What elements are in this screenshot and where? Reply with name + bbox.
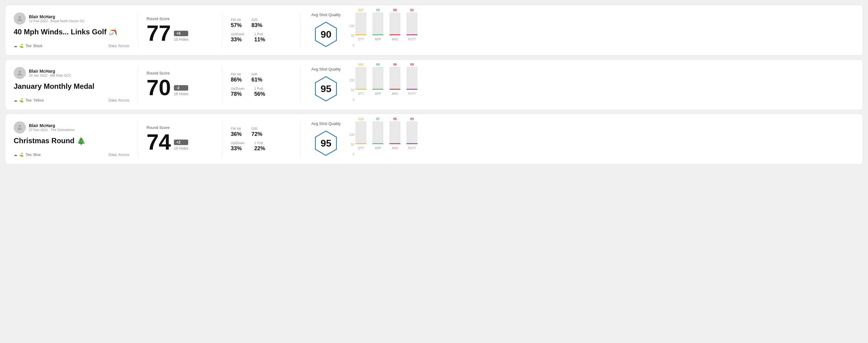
fw-hit-label: FW Hit (231, 72, 242, 76)
bar-line (355, 143, 366, 144)
gir-label: GIR (251, 18, 262, 22)
bar-value: 93 (410, 117, 414, 121)
bar-column: 107 OTT (355, 12, 366, 41)
round-title: January Monthly Medal (14, 82, 129, 91)
hexagon: 90 (312, 21, 340, 48)
oneputt-stat: 1 Putt 11% (254, 32, 265, 43)
fw-hit-value: 36% (231, 131, 242, 137)
tee-label: Tee: Black (26, 44, 42, 48)
score-badge: -2 (174, 85, 188, 91)
bar-line (406, 34, 417, 35)
chart-container: 100 50 0 101 OTT 86 (349, 68, 854, 101)
hexagon: 95 (312, 75, 340, 102)
bar-label: APP (375, 92, 381, 95)
stats-section: FW Hit 86% GIR 61% Up/Down 78% 1 Putt 56… (231, 67, 291, 102)
score-badge-holes: +2 18 Holes (174, 139, 188, 153)
cloud-icon: ☁ (14, 98, 17, 102)
score-main: 77 +5 18 Holes (147, 22, 213, 44)
fw-hit-label: FW Hit (231, 18, 242, 22)
score-badge: +2 (174, 139, 188, 145)
golf-bag-icon: ⛳ (19, 44, 24, 48)
tee-label: Tee: Yellow (26, 98, 44, 102)
data-source: Data: Arccos (108, 98, 129, 102)
svg-point-0 (19, 16, 21, 19)
oneputt-label: 1 Putt (254, 141, 265, 145)
cloud-icon: ☁ (14, 153, 17, 157)
divider (138, 121, 138, 157)
divider (138, 67, 138, 102)
bar-column: 82 PUTT (406, 12, 417, 41)
bar-line (406, 89, 417, 90)
gir-stat: GIR 83% (251, 18, 262, 29)
oneputt-stat: 1 Putt 22% (254, 141, 265, 152)
gir-value: 83% (251, 22, 262, 29)
golf-bag-icon: ⛳ (19, 153, 24, 157)
bar-label: PUTT (408, 38, 416, 41)
divider (222, 12, 222, 48)
score-badge: +5 (174, 31, 188, 36)
bar-line (372, 89, 383, 90)
oneputt-value: 56% (254, 91, 265, 97)
score-badge-holes: -2 18 Holes (174, 85, 188, 98)
stats-section: FW Hit 36% GIR 72% Up/Down 33% 1 Putt 22… (231, 121, 291, 157)
updown-label: Up/Down (231, 87, 244, 90)
cloud-icon: ☁ (14, 44, 17, 48)
score-number: 77 (147, 22, 171, 44)
bar-value: 95 (393, 117, 397, 121)
stats-row-2: Up/Down 78% 1 Putt 56% (231, 87, 291, 97)
bar-column: 93 PUTT (406, 121, 417, 150)
updown-value: 33% (231, 145, 244, 152)
hex-score: 95 (321, 138, 332, 149)
bar-value: 95 (376, 8, 380, 12)
updown-value: 78% (231, 91, 244, 97)
bar-label: OTT (358, 147, 364, 150)
chart-container: 100 50 0 110 OTT 87 (349, 123, 854, 156)
bar-column: 87 APP (372, 121, 383, 150)
bar-column: 110 OTT (355, 121, 366, 150)
bar-value: 110 (358, 117, 364, 121)
stats-row-2: Up/Down 33% 1 Putt 22% (231, 141, 291, 152)
bar-label: OTT (358, 92, 364, 95)
stats-row-1: FW Hit 36% GIR 72% (231, 127, 291, 137)
round-card: Blair McHarg 27 Dec 2021 · The Oxfordshi… (5, 114, 863, 164)
score-main: 70 -2 18 Holes (147, 76, 213, 98)
user-date-course: 12 Feb 2022 · Royal North Devon GC (29, 19, 85, 23)
bar-label: ARG (392, 147, 398, 150)
updown-stat: Up/Down 33% (231, 32, 244, 43)
score-number: 74 (147, 131, 171, 153)
score-number: 70 (147, 76, 171, 98)
round-title: 40 Mph Winds... Links Golf 🪃 (14, 28, 129, 36)
user-name: Blair McHarg (29, 123, 74, 128)
user-date-course: 27 Dec 2021 · The Oxfordshire (29, 128, 74, 132)
gir-stat: GIR 61% (251, 72, 262, 83)
bar-value: 96 (393, 63, 397, 66)
bar-column: 98 ARG (390, 12, 400, 41)
divider (138, 12, 138, 48)
golf-bag-icon: ⛳ (19, 98, 24, 102)
updown-stat: Up/Down 33% (231, 141, 244, 152)
bar-value: 82 (410, 8, 414, 12)
user-info: Blair McHarg 12 Feb 2022 · Royal North D… (14, 12, 129, 25)
left-section: Blair McHarg 29 Jan 2022 · Mill Ride GCC… (14, 67, 129, 102)
quality-label: Avg Shot Quality (311, 12, 341, 17)
avatar (14, 67, 26, 79)
tee-info: ☁ ⛳ Tee: Yellow (14, 98, 44, 102)
user-name: Blair McHarg (29, 69, 71, 73)
stats-row-1: FW Hit 57% GIR 83% (231, 18, 291, 29)
user-info: Blair McHarg 27 Dec 2021 · The Oxfordshi… (14, 121, 129, 133)
bar-label: OTT (358, 38, 364, 41)
fw-hit-stat: FW Hit 86% (231, 72, 242, 83)
bar-line (390, 34, 400, 35)
holes-text: 18 Holes (174, 92, 188, 96)
bar-line (372, 34, 383, 35)
fw-hit-value: 86% (231, 76, 242, 83)
stats-row-1: FW Hit 86% GIR 61% (231, 72, 291, 83)
bar-value: 98 (393, 8, 397, 12)
bar-value: 99 (410, 63, 414, 66)
avatar (14, 121, 26, 133)
bar-column: 95 APP (372, 12, 383, 41)
score-label: Round Score (147, 17, 213, 21)
bar-line (355, 89, 366, 90)
bar-column: 96 ARG (390, 67, 400, 95)
round-card: Blair McHarg 29 Jan 2022 · Mill Ride GCC… (5, 59, 863, 110)
